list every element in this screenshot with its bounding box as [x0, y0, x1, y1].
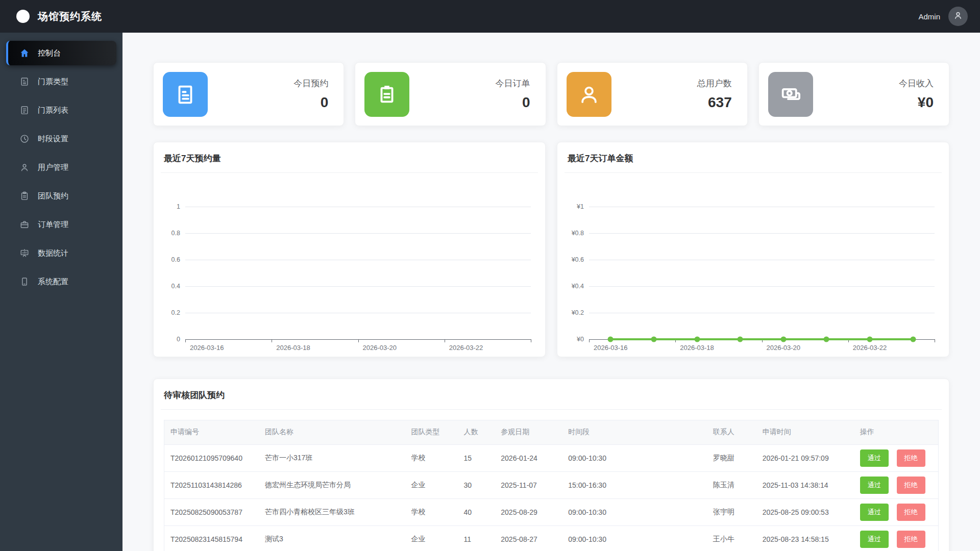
stat-card-total-users: 总用户数 637 [557, 62, 748, 126]
reject-button[interactable]: 拒绝 [897, 504, 925, 521]
stat-value: 637 [611, 94, 732, 111]
col-contact: 联系人 [707, 420, 756, 444]
y-tick-label: 1 [177, 203, 180, 210]
user-icon [953, 10, 963, 22]
user-avatar[interactable] [948, 7, 968, 26]
sidebar-item-statistics[interactable]: 数据统计 [6, 241, 116, 265]
chart-title: 最近7天订单金额 [565, 142, 942, 173]
stat-cards-row: 今日预约 0 今日订单 0 总用户数 637 [153, 62, 949, 126]
ticket-list-icon [19, 105, 30, 115]
x-tick-label: 2026-03-20 [767, 344, 801, 352]
cell-team-name: 测试3 [259, 525, 405, 551]
reject-button[interactable]: 拒绝 [897, 531, 925, 548]
sidebar-item-ticket-types[interactable]: 门票类型 [6, 69, 116, 94]
data-point [910, 337, 916, 342]
y-tick-label: ¥0.4 [572, 283, 584, 290]
order-amount-chart-card: 最近7天订单金额 ¥1¥0.8¥0.6¥0.4¥0.2¥02026-03-162… [557, 142, 949, 357]
sidebar-item-system-config[interactable]: 系统配置 [6, 269, 116, 294]
table-row: T20250825090053787 芒市四小青榕校区三年级3班 学校 40 2… [164, 498, 938, 525]
x-axis-tick [935, 339, 935, 342]
y-tick-label: ¥0.2 [572, 309, 584, 316]
briefcase-icon [19, 219, 30, 230]
cell-apply-id: T20260121095709640 [164, 444, 259, 471]
reject-button[interactable]: 拒绝 [897, 449, 925, 467]
gridline [589, 313, 935, 313]
sidebar-item-label: 系统配置 [38, 277, 68, 287]
stat-label: 今日订单 [409, 78, 530, 89]
ticket-type-icon [19, 77, 30, 87]
cell-time-slot: 09:00-10:30 [562, 525, 706, 551]
x-tick-label: 2026-03-18 [276, 344, 310, 352]
reject-button[interactable]: 拒绝 [897, 477, 925, 494]
sidebar-item-team-booking[interactable]: 团队预约 [6, 184, 116, 208]
cell-contact: 张宇明 [707, 498, 756, 525]
approve-button[interactable]: 通过 [860, 531, 889, 548]
col-actions: 操作 [854, 420, 938, 444]
device-icon [19, 277, 30, 287]
x-tick-label: 2026-03-16 [594, 344, 628, 352]
sidebar-item-ticket-list[interactable]: 门票列表 [6, 98, 116, 122]
cell-apply-id: T20250823145815794 [164, 525, 259, 551]
main-content: 今日预约 0 今日订单 0 总用户数 637 [122, 33, 980, 551]
y-tick-label: 0.6 [172, 256, 180, 263]
col-headcount: 人数 [458, 420, 495, 444]
sidebar-item-dashboard[interactable]: 控制台 [6, 41, 116, 65]
user-icon [567, 72, 611, 117]
cell-apply-id: T20250825090053787 [164, 498, 259, 525]
app-logo [16, 10, 30, 23]
user-name[interactable]: Admin [918, 12, 940, 21]
x-axis-tick [589, 339, 590, 342]
x-axis-tick [445, 339, 445, 342]
sidebar-item-label: 时段设置 [38, 134, 68, 144]
y-tick-label: ¥1 [577, 203, 584, 210]
clock-icon [19, 134, 30, 144]
sidebar-item-label: 团队预约 [38, 191, 68, 201]
approve-button[interactable]: 通过 [860, 477, 889, 494]
sidebar-item-label: 控制台 [38, 48, 61, 58]
x-tick-label: 2026-03-18 [680, 344, 714, 352]
top-header: 场馆预约系统 Admin [0, 0, 980, 33]
sidebar-item-users[interactable]: 用户管理 [6, 155, 116, 180]
x-tick-label: 2026-03-22 [449, 344, 483, 352]
sidebar-item-orders[interactable]: 订单管理 [6, 212, 116, 237]
stat-card-today-orders: 今日订单 0 [355, 62, 546, 126]
sidebar-item-time-slots[interactable]: 时段设置 [6, 127, 116, 151]
cell-time-slot: 09:00-10:30 [562, 444, 706, 471]
bookings-line-chart: 10.80.60.40.202026-03-162026-03-182026-0… [185, 207, 531, 339]
data-point [651, 337, 656, 342]
cell-team-name: 芒市一小317班 [259, 444, 405, 471]
col-team-name: 团队名称 [259, 420, 405, 444]
stat-value: 0 [208, 94, 328, 111]
sidebar-item-label: 用户管理 [38, 163, 68, 172]
approve-button[interactable]: 通过 [860, 449, 889, 467]
table-title: 待审核团队预约 [161, 379, 942, 410]
data-point [824, 337, 829, 342]
cell-contact: 王小牛 [707, 525, 756, 551]
cell-headcount: 11 [458, 525, 495, 551]
x-axis-tick [272, 339, 272, 342]
statistics-board-icon [19, 248, 30, 258]
chart-title: 最近7天预约量 [161, 142, 538, 173]
stat-label: 今日预约 [208, 78, 328, 89]
clipboard-icon [364, 72, 409, 117]
document-icon [163, 72, 208, 117]
cell-headcount: 15 [458, 444, 495, 471]
cell-visit-date: 2025-08-29 [495, 498, 562, 525]
cell-apply-time: 2025-11-03 14:38:14 [756, 471, 854, 498]
x-tick-label: 2026-03-20 [363, 344, 397, 352]
gridline [589, 233, 935, 234]
cell-contact: 陈玉清 [707, 471, 756, 498]
cell-team-type: 学校 [405, 498, 457, 525]
approve-button[interactable]: 通过 [860, 504, 889, 521]
gridline [185, 260, 531, 260]
pending-table: 申请编号 团队名称 团队类型 人数 参观日期 时间段 联系人 申请时间 操作 T… [164, 420, 939, 551]
data-point [694, 337, 700, 342]
app-title: 场馆预约系统 [38, 10, 102, 23]
x-axis-tick [531, 339, 531, 342]
col-time-slot: 时间段 [562, 420, 706, 444]
cell-team-type: 学校 [405, 444, 457, 471]
cell-visit-date: 2026-01-24 [495, 444, 562, 471]
home-icon [19, 48, 30, 58]
cell-team-type: 企业 [405, 471, 457, 498]
cell-apply-time: 2025-08-23 14:58:15 [756, 525, 854, 551]
